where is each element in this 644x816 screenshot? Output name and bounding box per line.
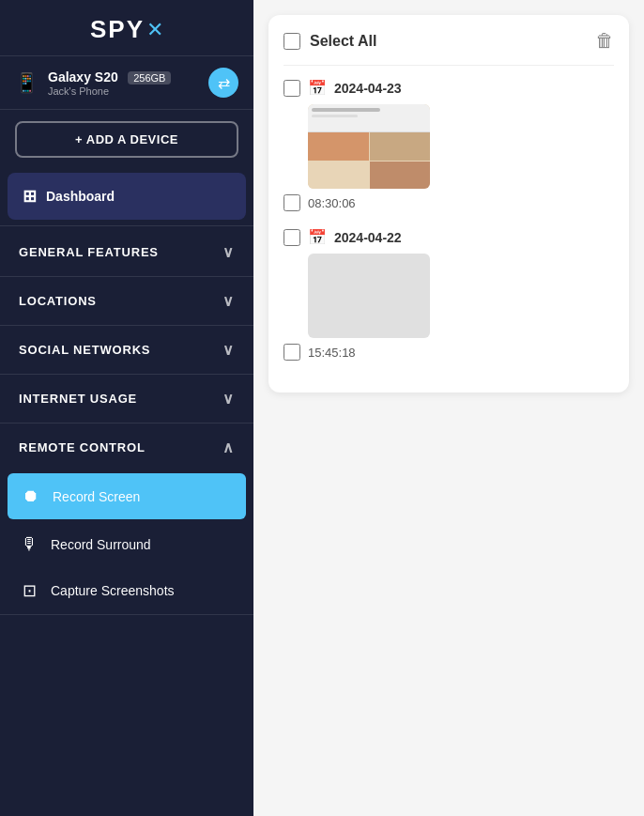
internet-usage-header[interactable]: INTERNET USAGE ∨ — [0, 375, 253, 423]
record-entry: 📅 2024-04-23 — [284, 79, 614, 211]
sidebar-item-capture-screenshots[interactable]: ⊡ Capture Screenshots — [0, 567, 253, 614]
logo-text: SPY — [90, 15, 145, 44]
logo-area: SPY ✕ — [0, 0, 253, 56]
select-all-row: Select All 🗑 — [284, 30, 614, 66]
sync-icon: ⇄ — [218, 74, 230, 92]
record-time-row-2: 15:45:18 — [284, 344, 614, 361]
record-date-row-2: 📅 2024-04-22 — [284, 228, 614, 246]
record-checkbox-1[interactable] — [284, 80, 300, 97]
logo-icon: ✕ — [146, 18, 163, 42]
device-info: Galaxy S20 256GB Jack's Phone — [48, 69, 199, 97]
nav-section-general-features: GENERAL FEATURES ∨ — [0, 228, 253, 277]
remote-control-header[interactable]: REMOTE CONTROL ∧ — [0, 423, 253, 471]
delete-icon[interactable]: 🗑 — [595, 30, 614, 52]
device-name-row: Galaxy S20 256GB — [48, 69, 199, 85]
general-features-label: GENERAL FEATURES — [19, 245, 159, 259]
divider — [0, 225, 253, 226]
calendar-icon-2: 📅 — [308, 228, 327, 246]
device-storage: 256GB — [128, 71, 171, 85]
device-name: Galaxy S20 — [48, 69, 118, 85]
record-date-1: 2024-04-23 — [334, 81, 402, 96]
add-device-button[interactable]: + ADD A DEVICE — [15, 121, 238, 158]
select-all-checkbox[interactable] — [284, 33, 300, 50]
record-time-checkbox-1[interactable] — [284, 194, 300, 211]
dashboard-icon: ⊞ — [23, 186, 37, 207]
record-card: Select All 🗑 📅 2024-04-23 — [268, 15, 629, 393]
chevron-down-icon: ∨ — [222, 341, 235, 359]
dashboard-button[interactable]: ⊞ Dashboard — [8, 173, 246, 220]
record-time-2: 15:45:18 — [308, 346, 356, 360]
locations-label: LOCATIONS — [19, 294, 97, 308]
chevron-down-icon: ∨ — [222, 390, 235, 408]
thumbnail-image-2 — [308, 254, 430, 338]
record-entry-2: 📅 2024-04-22 15:45:18 — [284, 228, 614, 361]
social-networks-label: SOCIAL NETWORKS — [19, 343, 150, 357]
internet-usage-label: INTERNET USAGE — [19, 392, 137, 406]
sidebar: SPY ✕ 📱 Galaxy S20 256GB Jack's Phone ⇄ … — [0, 0, 253, 816]
record-thumbnail-2[interactable] — [308, 254, 430, 338]
locations-header[interactable]: LOCATIONS ∨ — [0, 277, 253, 325]
dashboard-label: Dashboard — [46, 189, 115, 204]
sidebar-item-record-surround[interactable]: 🎙 Record Surround — [0, 521, 253, 567]
device-owner: Jack's Phone — [48, 85, 199, 97]
add-device-label: + ADD A DEVICE — [75, 132, 178, 146]
select-all-label: Select All — [310, 33, 586, 50]
chevron-down-icon: ∨ — [222, 243, 235, 261]
device-section: 📱 Galaxy S20 256GB Jack's Phone ⇄ — [0, 56, 253, 110]
chevron-up-icon: ∧ — [222, 439, 235, 456]
record-time-row-1: 08:30:06 — [284, 194, 614, 211]
record-checkbox-2[interactable] — [284, 229, 300, 246]
social-networks-header[interactable]: SOCIAL NETWORKS ∨ — [0, 326, 253, 374]
record-thumbnail-1[interactable] — [308, 104, 430, 189]
record-screen-icon: ⏺ — [21, 486, 41, 506]
record-surround-label: Record Surround — [51, 537, 151, 552]
screenshot-icon: ⊡ — [19, 580, 39, 601]
record-date-2: 2024-04-22 — [334, 230, 402, 245]
nav-section-internet-usage: INTERNET USAGE ∨ — [0, 375, 253, 423]
record-time-checkbox-2[interactable] — [284, 344, 300, 361]
calendar-icon: 📅 — [308, 79, 327, 97]
nav-section-social-networks: SOCIAL NETWORKS ∨ — [0, 326, 253, 375]
capture-screenshots-label: Capture Screenshots — [51, 583, 175, 598]
thumbnail-image-1 — [308, 104, 430, 189]
record-time-1: 08:30:06 — [308, 196, 356, 210]
general-features-header[interactable]: GENERAL FEATURES ∨ — [0, 228, 253, 276]
record-screen-label: Record Screen — [53, 489, 140, 504]
nav-section-locations: LOCATIONS ∨ — [0, 277, 253, 326]
nav-section-remote-control: REMOTE CONTROL ∧ ⏺ Record Screen 🎙 Recor… — [0, 423, 253, 615]
remote-control-label: REMOTE CONTROL — [19, 440, 146, 454]
record-date-row: 📅 2024-04-23 — [284, 79, 614, 97]
main-content: Select All 🗑 📅 2024-04-23 — [253, 0, 644, 816]
chevron-down-icon: ∨ — [222, 292, 235, 310]
microphone-icon: 🎙 — [19, 534, 39, 554]
phone-icon: 📱 — [15, 71, 38, 94]
sync-button[interactable]: ⇄ — [208, 68, 238, 98]
sidebar-item-record-screen[interactable]: ⏺ Record Screen — [8, 473, 246, 519]
